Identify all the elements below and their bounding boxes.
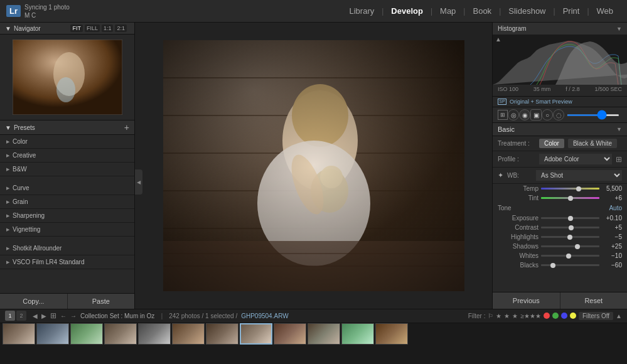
color-treatment-button[interactable]: Color [539,139,564,148]
filter-flag-icon[interactable]: ⚐ [488,313,493,319]
nav-web[interactable]: Web [589,6,621,16]
presets-add-button[interactable]: + [124,122,129,132]
reset-button[interactable]: Reset [560,292,628,309]
vignetting-group-label: Vignetting [13,226,40,233]
tool-opacity-slider[interactable] [567,114,619,116]
graduated-filter-tool[interactable]: ▣ [530,109,542,120]
profile-grid-icon[interactable]: ⊞ [616,155,622,164]
ratio-2-btn[interactable]: 2:1 [115,24,127,32]
filmstrip-next-btn[interactable]: ▶ [41,313,46,319]
wb-eyedropper-icon[interactable]: ✦ [498,171,503,179]
blacks-thumb[interactable] [550,263,555,268]
tone-auto-button[interactable]: Auto [609,205,622,211]
filmstrip-left-arrow[interactable]: ← [60,313,67,319]
histogram-stats: ISO 100 35 mm f / 2.8 1/500 SEC [493,85,627,94]
contrast-thumb[interactable] [569,225,574,230]
selected-filename[interactable]: GHP09504.ARW [241,313,288,319]
spot-removal-tool[interactable]: ◎ [508,109,519,120]
navigator-panel: ▼ Navigator FIT FILL 1:1 2:1 [0,23,134,120]
blacks-value: −60 [602,262,622,269]
nav-print[interactable]: Print [555,6,587,16]
whites-track[interactable] [541,255,599,257]
wb-row: ✦ WB: As Shot [493,168,627,184]
paste-button[interactable]: Paste [68,294,135,309]
contrast-track[interactable] [541,227,599,228]
filters-off-label[interactable]: Filters Off [579,312,613,320]
wb-select[interactable]: As Shot [536,170,622,181]
svg-rect-21 [163,40,464,291]
filmstrip-thumb-3[interactable] [70,323,103,345]
filmstrip-thumb-10[interactable] [308,323,340,345]
tint-thumb[interactable] [568,196,573,201]
filmstrip-right-arrow[interactable]: → [70,313,77,319]
filmstrip-thumb-6[interactable] [172,323,205,345]
temp-row: Temp 5,500 [493,184,627,193]
page-tab-2[interactable]: 2 [16,311,26,321]
exposure-thumb[interactable] [568,216,573,221]
ratio-1-btn[interactable]: 1:1 [102,24,114,32]
main-photo[interactable] [163,40,464,291]
filmstrip-thumb-8[interactable] [240,323,272,345]
filmstrip-thumb-2[interactable] [36,323,69,345]
filter-color4[interactable] [570,313,576,319]
filter-rating-icon[interactable]: ≥★★★ [520,313,541,319]
smart-preview-label: Original + Smart Preview [510,99,572,105]
blacks-track[interactable] [541,264,599,266]
filmstrip-thumb-4[interactable] [104,323,137,345]
adjustment-brush-tool[interactable]: ◌ [553,109,564,120]
filter-color3[interactable] [561,313,567,319]
filmstrip-thumb-5[interactable] [138,323,171,345]
fill-btn[interactable]: FILL [85,24,100,32]
highlights-value: −5 [602,233,622,240]
filter-star3-icon[interactable]: ★ [512,313,518,319]
fit-btn[interactable]: FIT [70,24,83,32]
whites-thumb[interactable] [566,254,571,259]
profile-select[interactable]: Adobe Color [539,154,612,164]
basic-collapse-icon: ▼ [616,126,622,132]
presets-header[interactable]: ▼ Presets + [0,120,134,135]
filter-color2[interactable] [552,313,559,319]
filmstrip-expand-icon[interactable]: ▲ [616,313,622,319]
filmstrip-thumb-11[interactable] [341,323,374,345]
histogram-header[interactable]: Histogram ▼ [493,23,627,35]
histogram-nav-arrow[interactable]: ▲ [495,36,501,43]
temp-track[interactable] [541,188,599,190]
filter-star2-icon[interactable]: ★ [504,313,510,319]
previous-button[interactable]: Previous [493,292,560,309]
vsco-group-label: VSCO Film LR4 Standard [13,259,85,265]
shadows-track[interactable] [541,245,599,247]
tint-track[interactable] [541,197,599,199]
bw-group-triangle: ▶ [6,167,9,172]
svg-rect-3 [13,40,122,115]
navigator-header[interactable]: ▼ Navigator FIT FILL 1:1 2:1 [0,23,134,35]
highlights-track[interactable] [541,236,599,238]
smart-preview-bar[interactable]: SP Original + Smart Preview [493,97,627,107]
bw-treatment-button[interactable]: Black & White [568,139,617,148]
filter-color1[interactable] [544,313,550,319]
filter-star1-icon[interactable]: ★ [496,313,501,319]
highlights-thumb[interactable] [567,235,572,240]
crop-tool[interactable]: ⊞ [498,110,508,120]
filmstrip-prev-btn[interactable]: ◀ [33,313,38,319]
filmstrip-thumb-12[interactable] [375,323,408,345]
page-tab-1[interactable]: 1 [5,311,15,321]
basic-section-header[interactable]: Basic ▼ [493,123,627,136]
copy-button[interactable]: Copy... [0,294,68,309]
navigator-thumbnail[interactable] [13,40,122,115]
nav-slideshow[interactable]: Slideshow [501,6,553,16]
filmstrip-thumb-7[interactable] [206,323,238,345]
tone-header: Tone Auto [493,203,627,213]
exposure-track[interactable] [541,217,599,219]
left-panel-collapse[interactable]: ◀ [135,169,142,195]
temp-thumb[interactable] [576,186,581,191]
nav-develop[interactable]: Develop [383,6,431,16]
redeye-tool[interactable]: ◉ [519,109,530,120]
filmstrip-grid-btn[interactable]: ⊞ [50,311,56,320]
shadows-thumb[interactable] [575,244,580,249]
radial-filter-tool[interactable]: ○ [542,109,553,120]
nav-book[interactable]: Book [465,6,499,16]
filmstrip-thumb-9[interactable] [274,323,306,345]
nav-library[interactable]: Library [341,6,382,16]
filmstrip-thumb-1[interactable] [3,323,35,345]
nav-map[interactable]: Map [432,6,463,16]
